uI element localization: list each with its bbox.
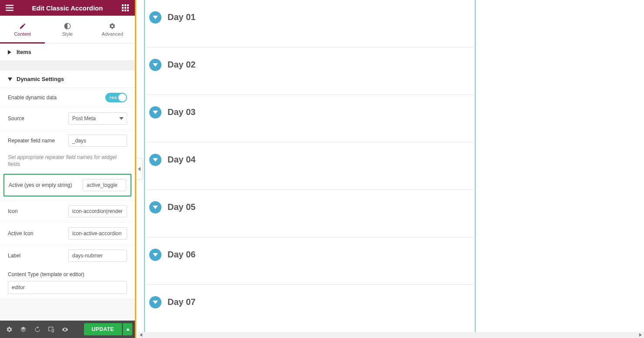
svg-rect-9 [122,10,124,11]
repeater-field-name-label: Repeater field name [8,138,68,144]
tab-advanced-label: Advanced [102,31,123,37]
update-button[interactable]: UPDATE [84,323,122,335]
content-type-input[interactable] [8,281,127,294]
svg-rect-1 [6,7,13,8]
toggle-yes-text: YES [109,96,117,100]
horizontal-scrollbar[interactable] [138,332,644,338]
footer-responsive-button[interactable] [44,321,57,338]
accordion-item[interactable]: Day 04 [147,142,473,190]
label-field-label: Label [8,253,68,259]
repeater-help-text: Set appropriate repeater field names for… [0,152,135,174]
chevron-down-circle-icon [149,154,161,166]
accordion-item[interactable]: Day 01 [147,0,473,47]
chevron-down-circle-icon [149,296,161,308]
svg-rect-2 [6,10,13,11]
accordion-item[interactable]: Day 05 [147,190,473,237]
update-options-button[interactable] [123,323,132,335]
accordion-widget[interactable]: Day 01 Day 02 Day 03 Day 04 Day 05 [144,0,476,332]
layers-icon [20,326,27,333]
accordion-item[interactable]: Day 03 [147,95,473,142]
eye-icon [62,326,68,333]
caret-right-icon [639,333,642,337]
chevron-left-icon [138,167,141,171]
pencil-icon [19,23,26,30]
gear-icon [6,326,13,333]
active-icon-input[interactable] [68,227,127,240]
row-active-highlighted: Active (yes or empty string) [3,174,131,196]
row-icon: Icon [0,200,135,222]
scroll-right-arrow[interactable] [637,332,644,338]
sidebar-title: Edit Classic Accordion [19,4,116,12]
sidebar-body: Items Dynamic Settings Enable dynamic da… [0,44,135,321]
chevron-down-circle-icon [149,106,161,118]
sidebar-footer: UPDATE [0,321,135,338]
accordion-item-title: Day 04 [168,155,196,165]
icon-field-label: Icon [8,208,68,214]
icon-field-input[interactable] [68,205,127,217]
section-items: Items [0,44,135,61]
footer-settings-button[interactable] [3,321,16,338]
contrast-icon [64,23,71,30]
accordion-item-title: Day 07 [168,297,196,307]
label-field-input[interactable] [68,250,127,262]
hamburger-icon [6,5,13,11]
scroll-left-arrow[interactable] [138,332,144,338]
row-source: Source Post Meta [0,107,135,129]
footer-history-button[interactable] [30,321,44,338]
section-items-label: Items [17,49,31,55]
row-label-field: Label [0,244,135,267]
accordion-item-title: Day 03 [168,107,196,117]
row-repeater-field-name: Repeater field name [0,129,135,152]
active-input[interactable] [83,179,126,191]
section-dynamic-settings-head[interactable]: Dynamic Settings [0,71,135,88]
canvas-scroll[interactable]: Day 01 Day 02 Day 03 Day 04 Day 05 [136,0,644,338]
footer-preview-button[interactable] [58,321,71,338]
caret-down-icon [8,78,12,81]
tab-style[interactable]: Style [45,16,90,43]
accordion-item[interactable]: Day 06 [147,237,473,285]
svg-rect-11 [127,10,129,11]
svg-rect-5 [127,4,129,6]
accordion-item[interactable]: Day 02 [147,47,473,95]
svg-rect-0 [6,5,13,6]
enable-dynamic-data-label: Enable dynamic data [8,95,105,101]
active-label: Active (yes or empty string) [9,182,83,188]
tab-style-label: Style [62,31,73,37]
section-dynamic-settings: Dynamic Settings Enable dynamic data YES… [0,71,135,299]
caret-up-icon [126,328,130,331]
svg-rect-4 [124,4,126,6]
tab-advanced[interactable]: Advanced [90,16,135,43]
source-select-wrap: Post Meta [68,112,127,125]
svg-rect-6 [122,7,124,9]
preview-canvas: Day 01 Day 02 Day 03 Day 04 Day 05 [136,0,644,338]
section-items-head[interactable]: Items [0,44,135,61]
footer-navigator-button[interactable] [17,321,30,338]
row-enable-dynamic-data: Enable dynamic data YES [0,88,135,107]
source-label: Source [8,115,68,122]
tab-content-label: Content [14,31,31,37]
editor-sidebar: Edit Classic Accordion Content Style A [0,0,136,338]
toggle-knob [118,94,126,101]
section-dynamic-settings-label: Dynamic Settings [17,76,64,82]
tab-content[interactable]: Content [0,16,45,43]
accordion-item-title: Day 05 [168,202,196,212]
row-content-type: Content Type (template or editor) [0,267,135,299]
source-select[interactable]: Post Meta [68,112,127,125]
dynamic-settings-panel: Enable dynamic data YES Source Post Meta [0,88,135,299]
accordion-item-title: Day 06 [168,250,196,260]
svg-rect-10 [124,10,126,11]
accordion-item[interactable]: Day 07 [147,285,473,332]
responsive-icon [48,326,54,333]
accordion-item-title: Day 02 [168,60,196,70]
repeater-field-name-input[interactable] [68,135,127,147]
accordion-item-title: Day 01 [168,12,196,22]
enable-dynamic-data-toggle[interactable]: YES [105,93,127,102]
chevron-down-circle-icon [149,59,161,71]
history-icon [34,326,40,333]
section-spacer [0,61,135,71]
hamburger-button[interactable] [0,0,19,16]
svg-rect-8 [127,7,129,9]
widgets-grid-button[interactable] [116,0,135,16]
app-root: Edit Classic Accordion Content Style A [0,0,644,338]
sidebar-collapse-handle[interactable] [136,158,143,180]
